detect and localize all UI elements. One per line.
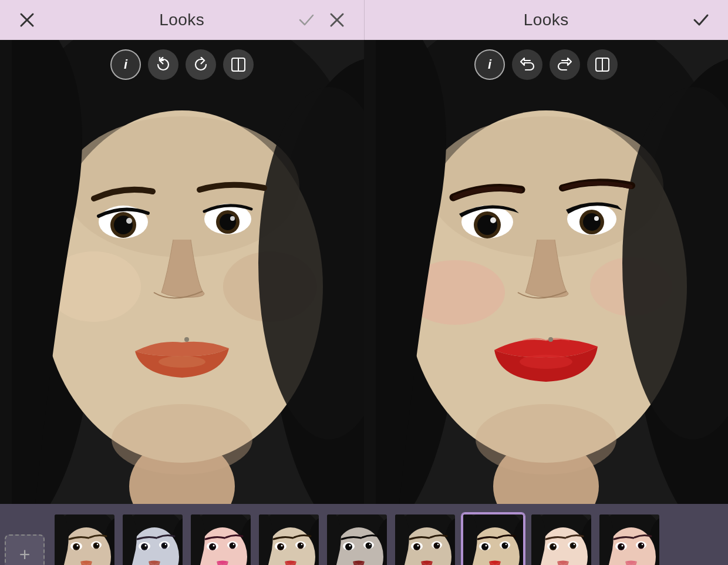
svg-point-175: [642, 544, 643, 545]
filter-face-svg-40s: [463, 514, 525, 565]
filter-item-office-lady[interactable]: Office Lady: [256, 513, 322, 565]
filter-thumb-dating: [598, 513, 661, 565]
check-button-left[interactable]: [294, 7, 319, 33]
filter-item-candy[interactable]: Candy: [188, 513, 254, 565]
filter-item-40s[interactable]: 40s: [460, 513, 526, 565]
svg-point-20: [220, 214, 236, 230]
plus-icon: +: [19, 545, 31, 564]
svg-point-77: [165, 544, 166, 545]
filter-face-svg-original: [55, 514, 116, 565]
filter-thumb-rocker: [325, 513, 389, 565]
filter-strip: + Original: [0, 504, 728, 565]
undo-button-right[interactable]: [512, 49, 542, 80]
compare-icon-right: [595, 57, 610, 72]
svg-point-59: [77, 545, 79, 547]
image-controls-right: i: [364, 49, 728, 80]
filter-item-dating[interactable]: Dating: [596, 513, 662, 565]
svg-point-133: [437, 544, 439, 545]
info-button-left[interactable]: i: [110, 49, 141, 80]
info-button-right[interactable]: i: [474, 49, 505, 80]
undo-icon-right: [520, 57, 535, 72]
svg-point-43: [583, 213, 601, 231]
photo-right: [364, 40, 728, 504]
svg-point-24: [184, 337, 189, 342]
close-button-right[interactable]: [379, 7, 405, 33]
filter-item-cool[interactable]: Cool: [120, 513, 186, 565]
svg-point-21: [230, 216, 235, 221]
add-filter-button[interactable]: +: [5, 534, 45, 565]
svg-point-119: [369, 544, 370, 545]
header-right: Looks: [364, 0, 729, 40]
header-right-title: Looks: [524, 11, 569, 29]
filter-item-rocker[interactable]: Rocker: [324, 513, 390, 565]
filter-face-svg-bisque-doll: [531, 514, 593, 565]
svg-point-22: [159, 356, 205, 368]
image-panel-right: i: [364, 40, 728, 504]
svg-point-143: [486, 545, 487, 547]
filter-thumb-original: [53, 513, 116, 565]
image-panel-left: i: [0, 40, 364, 504]
header-left-actions: [294, 7, 350, 33]
face-overlay-left: [0, 40, 364, 504]
filter-item-chic[interactable]: Chic: [392, 513, 458, 565]
svg-point-147: [505, 544, 507, 545]
filter-thumb-bisque-doll: [530, 513, 593, 565]
svg-point-91: [233, 544, 234, 545]
face-overlay-right: [364, 40, 728, 504]
svg-point-105: [301, 544, 302, 545]
compare-button-left[interactable]: [223, 49, 254, 80]
redo-button-right[interactable]: [550, 49, 580, 80]
filter-thumb-office-lady: [257, 513, 321, 565]
redo-icon-left: [193, 57, 208, 72]
svg-point-87: [213, 545, 215, 547]
svg-point-157: [554, 545, 555, 547]
svg-point-47: [548, 337, 553, 342]
filter-face-svg-cool: [123, 514, 184, 565]
svg-point-101: [281, 545, 283, 547]
svg-point-45: [520, 355, 572, 369]
filter-face-svg-chic: [395, 514, 457, 565]
svg-point-23: [112, 404, 252, 475]
header-left: Looks: [0, 0, 364, 40]
filter-face-svg-office-lady: [259, 514, 321, 565]
svg-point-129: [417, 545, 419, 547]
filter-face-svg-dating: [599, 514, 661, 565]
svg-point-115: [349, 545, 351, 547]
filter-thumb-candy: [189, 513, 252, 565]
info-icon-right: i: [488, 57, 491, 72]
svg-point-46: [476, 404, 616, 475]
svg-point-44: [594, 216, 599, 221]
close-button-left[interactable]: [14, 7, 40, 33]
filter-face-svg-candy: [191, 514, 252, 565]
svg-point-161: [574, 544, 575, 545]
svg-point-171: [622, 545, 623, 547]
filter-thumb-chic: [393, 513, 457, 565]
svg-point-73: [145, 545, 147, 547]
photo-left: [0, 40, 364, 504]
filter-thumb-40s: [461, 513, 525, 565]
filter-item-bisque-doll[interactable]: Bisque Doll: [528, 513, 594, 565]
undo-button-left[interactable]: [148, 49, 178, 80]
svg-point-40: [490, 217, 496, 223]
filter-face-svg-rocker: [327, 514, 389, 565]
undo-icon-left: [156, 57, 171, 72]
info-icon-left: i: [124, 57, 127, 72]
top-bar: Looks Looks: [0, 0, 728, 40]
compare-icon-left: [231, 57, 246, 72]
svg-point-63: [97, 544, 98, 545]
check-button-right[interactable]: [688, 7, 714, 33]
compare-button-right[interactable]: [587, 49, 618, 80]
image-controls-left: i: [0, 49, 364, 80]
redo-icon-right: [557, 57, 572, 72]
header-left-title: Looks: [159, 11, 204, 29]
redo-button-left[interactable]: [186, 49, 216, 80]
svg-point-17: [126, 218, 132, 224]
main-area: i: [0, 40, 728, 504]
filter-thumb-cool: [121, 513, 184, 565]
filter-item-original[interactable]: Original: [52, 513, 117, 565]
close-button-left2[interactable]: [324, 7, 350, 33]
